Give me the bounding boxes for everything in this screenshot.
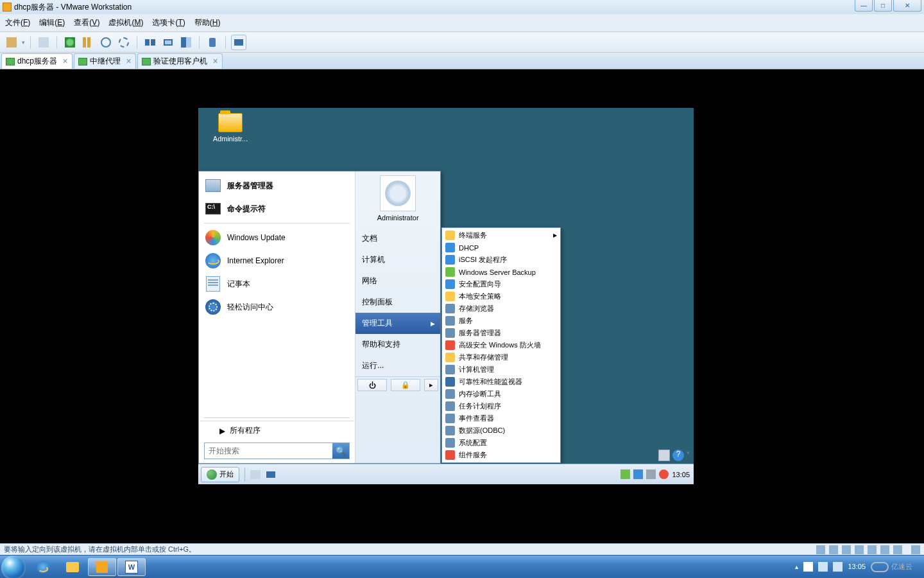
- power-options-arrow[interactable]: ▸: [424, 379, 438, 391]
- tray-volume-icon[interactable]: [833, 562, 843, 572]
- guest-start-button[interactable]: 开始: [201, 467, 239, 482]
- nav-run[interactable]: 运行...: [355, 355, 440, 376]
- pinned-server-manager[interactable]: 服务器管理器: [200, 174, 354, 197]
- tab-close-icon[interactable]: ✕: [126, 57, 132, 66]
- menu-help[interactable]: 帮助(H): [194, 17, 221, 28]
- nav-documents[interactable]: 文档: [355, 228, 440, 249]
- menu-file[interactable]: 文件(F): [5, 17, 30, 28]
- tool-icon: [445, 328, 455, 338]
- admin-tool-item[interactable]: 服务: [443, 315, 560, 327]
- host-start-orb[interactable]: [1, 556, 26, 579]
- admin-tool-item[interactable]: iSCSI 发起程序: [443, 254, 560, 266]
- vmware-titlebar[interactable]: dhcp服务器 - VMware Workstation: [0, 0, 924, 14]
- admin-tool-item[interactable]: 事件查看器: [443, 412, 560, 425]
- power-button[interactable]: ⏻: [357, 379, 387, 391]
- tool-icon: [445, 450, 455, 460]
- tb-thumbnails-icon[interactable]: [36, 35, 51, 50]
- pinned-cmd[interactable]: C:\命令提示符: [200, 197, 354, 220]
- tray-alert-icon[interactable]: [659, 469, 669, 479]
- admin-tool-item[interactable]: 存储浏览器: [443, 302, 560, 315]
- tab-close-icon[interactable]: ✕: [62, 57, 68, 66]
- hw-nic-icon[interactable]: [855, 545, 864, 554]
- tray-network-icon[interactable]: [818, 562, 828, 572]
- item-ie[interactable]: Internet Explorer: [200, 249, 354, 272]
- tb-library-icon[interactable]: [4, 35, 19, 50]
- item-windows-update[interactable]: Windows Update: [200, 226, 354, 249]
- desktop-admin-folder[interactable]: Administr...: [208, 113, 253, 143]
- minimize-button[interactable]: —: [855, 0, 873, 12]
- admin-tool-item[interactable]: 高级安全 Windows 防火墙: [443, 339, 560, 351]
- maximize-button[interactable]: □: [874, 0, 892, 12]
- tb-unity-icon[interactable]: [160, 35, 176, 50]
- tb-manage-icon[interactable]: [116, 35, 132, 50]
- lock-button[interactable]: 🔒: [391, 379, 420, 391]
- admin-tool-item[interactable]: DHCP: [443, 241, 560, 254]
- tray-show-hidden[interactable]: ▴: [795, 563, 798, 570]
- guest-options-icon[interactable]: [658, 450, 670, 461]
- admin-tool-item[interactable]: 本地安全策略: [443, 290, 560, 302]
- admin-tool-item[interactable]: 数据源(ODBC): [443, 425, 560, 437]
- all-programs[interactable]: ▶ 所有程序: [200, 421, 354, 440]
- close-button[interactable]: ✕: [893, 0, 921, 12]
- tray-action-icon[interactable]: [646, 469, 656, 479]
- tb-snapshot-icon[interactable]: [98, 35, 114, 50]
- admin-tool-item[interactable]: 系统配置: [443, 437, 560, 449]
- tb-multimonitor-icon[interactable]: [178, 35, 194, 50]
- tab-close-icon[interactable]: ✕: [212, 57, 218, 66]
- tray-security-icon[interactable]: [620, 469, 630, 479]
- host-clock[interactable]: 13:05: [848, 563, 866, 570]
- hw-cd-icon[interactable]: [829, 545, 838, 554]
- menu-edit[interactable]: 编辑(E): [39, 17, 65, 28]
- tray-action-center-icon[interactable]: [803, 562, 813, 572]
- menu-tabs[interactable]: 选项卡(T): [152, 17, 185, 28]
- host-tb-ie[interactable]: [29, 558, 57, 576]
- tb-fullscreen-icon[interactable]: [231, 35, 246, 50]
- hw-sound-icon[interactable]: [880, 545, 889, 554]
- tb-console-icon[interactable]: [142, 35, 158, 50]
- admin-tool-item[interactable]: 服务器管理器: [443, 327, 560, 339]
- guest-quick-desktop[interactable]: [264, 466, 278, 484]
- tb-suspend-icon[interactable]: [80, 35, 96, 50]
- vm-tab-relay[interactable]: 中继代理✕: [74, 53, 136, 69]
- admin-tool-item[interactable]: 组件服务: [443, 449, 560, 461]
- vm-tab-client[interactable]: 验证使用客户机✕: [137, 53, 223, 69]
- tb-usb-icon[interactable]: [205, 35, 220, 50]
- admin-tool-item[interactable]: 内存诊断工具: [443, 388, 560, 400]
- admin-tool-item[interactable]: 任务计划程序: [443, 400, 560, 412]
- tray-network-icon[interactable]: [633, 469, 643, 479]
- vm-console-viewport[interactable]: Administr... 服务器管理器 C:\命令提示符 Windows Upd…: [0, 69, 924, 555]
- menu-view[interactable]: 查看(V): [74, 17, 99, 28]
- guest-quick-server[interactable]: [248, 466, 262, 484]
- guest-help-icon[interactable]: ?: [672, 450, 684, 461]
- nav-control-panel[interactable]: 控制面板: [355, 292, 440, 313]
- hw-display-icon[interactable]: [911, 545, 920, 554]
- host-tb-vmware[interactable]: [88, 558, 116, 576]
- admin-tool-item[interactable]: 计算机管理: [443, 363, 560, 376]
- search-input[interactable]: [205, 443, 332, 459]
- nav-admin-tools[interactable]: 管理工具▶: [355, 313, 440, 334]
- nav-computer[interactable]: 计算机: [355, 249, 440, 270]
- menu-vm[interactable]: 虚拟机(M): [108, 17, 143, 28]
- admin-tool-item[interactable]: 终端服务▶: [443, 229, 560, 241]
- guest-help-arrow[interactable]: ▾: [687, 450, 690, 461]
- admin-tool-item[interactable]: 可靠性和性能监视器: [443, 376, 560, 388]
- nav-network[interactable]: 网络: [355, 270, 440, 292]
- host-tb-explorer[interactable]: [58, 558, 87, 576]
- host-tb-word[interactable]: W: [117, 558, 146, 576]
- user-avatar[interactable]: [380, 175, 416, 211]
- hw-floppy-icon[interactable]: [842, 545, 851, 554]
- guest-clock[interactable]: 13:05: [672, 471, 690, 478]
- nav-help[interactable]: 帮助和支持: [355, 334, 440, 355]
- hw-hdd-icon[interactable]: [816, 545, 825, 554]
- guest-desktop[interactable]: Administr... 服务器管理器 C:\命令提示符 Windows Upd…: [198, 108, 694, 484]
- item-notepad[interactable]: 记事本: [200, 272, 354, 295]
- tb-poweron-icon[interactable]: [62, 35, 78, 50]
- vm-tab-dhcp[interactable]: dhcp服务器✕: [1, 53, 73, 69]
- admin-tool-item[interactable]: Windows Server Backup: [443, 266, 560, 278]
- admin-tool-item[interactable]: 共享和存储管理: [443, 351, 560, 363]
- item-accessibility[interactable]: 轻松访问中心: [200, 295, 354, 319]
- admin-tool-item[interactable]: 安全配置向导: [443, 278, 560, 290]
- search-button[interactable]: 🔍: [332, 443, 349, 459]
- hw-usb-icon[interactable]: [868, 545, 877, 554]
- hw-printer-icon[interactable]: [893, 545, 902, 554]
